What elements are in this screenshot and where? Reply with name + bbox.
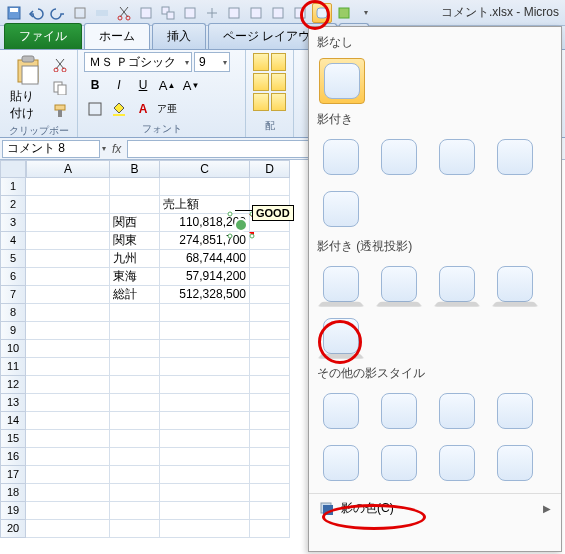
row-header[interactable]: 18 [0, 484, 26, 502]
row-header[interactable]: 16 [0, 448, 26, 466]
fill-color-icon[interactable] [108, 98, 130, 120]
cell[interactable] [160, 358, 250, 376]
align-top-icon[interactable] [253, 53, 269, 71]
align-center-icon[interactable] [271, 73, 287, 91]
qat-icon[interactable] [290, 3, 310, 23]
italic-button[interactable]: I [108, 74, 130, 96]
cell[interactable] [250, 322, 290, 340]
cell[interactable] [250, 268, 290, 286]
cell[interactable] [26, 520, 110, 538]
row-header[interactable]: 6 [0, 268, 26, 286]
qat-save-icon[interactable] [4, 3, 24, 23]
tab-file[interactable]: ファイル [4, 23, 82, 49]
row-header[interactable]: 3 [0, 214, 26, 232]
shadow-other-swatch[interactable] [435, 441, 479, 485]
shadow-perspective-swatch[interactable] [319, 262, 363, 306]
cell[interactable] [26, 430, 110, 448]
cell[interactable] [250, 178, 290, 196]
cell[interactable] [160, 466, 250, 484]
tab-insert[interactable]: 挿入 [152, 23, 206, 49]
shadow-none-swatch[interactable] [319, 58, 365, 104]
format-painter-icon[interactable] [49, 100, 71, 122]
cell[interactable]: 関西 [110, 214, 160, 232]
cell[interactable] [160, 502, 250, 520]
row-header[interactable]: 12 [0, 376, 26, 394]
cell[interactable] [110, 178, 160, 196]
cell[interactable] [250, 376, 290, 394]
cell[interactable] [26, 304, 110, 322]
cell[interactable] [26, 466, 110, 484]
shadow-perspective-swatch[interactable] [435, 262, 479, 306]
cell[interactable] [26, 394, 110, 412]
column-header[interactable]: B [110, 160, 160, 178]
column-header[interactable]: A [26, 160, 110, 178]
shadow-other-swatch[interactable] [377, 441, 421, 485]
row-header[interactable]: 1 [0, 178, 26, 196]
cell[interactable] [160, 322, 250, 340]
cell[interactable] [250, 484, 290, 502]
fx-icon[interactable]: fx [112, 142, 121, 156]
qat-icon[interactable] [334, 3, 354, 23]
indent-increase-icon[interactable] [271, 93, 287, 111]
cell[interactable] [110, 394, 160, 412]
shadow-swatch[interactable] [319, 135, 363, 179]
qat-redo-icon[interactable] [48, 3, 68, 23]
cell[interactable] [160, 304, 250, 322]
shadow-color-menu-item[interactable]: 影の色(C) ▶ [309, 493, 561, 523]
shadow-other-swatch[interactable] [377, 389, 421, 433]
cell[interactable] [250, 448, 290, 466]
qat-shape-effects-icon[interactable] [312, 3, 332, 23]
qat-icon[interactable] [136, 3, 156, 23]
cell[interactable] [110, 322, 160, 340]
cell[interactable] [110, 304, 160, 322]
row-header[interactable]: 17 [0, 466, 26, 484]
font-color-icon[interactable]: A [132, 98, 154, 120]
cell[interactable] [110, 484, 160, 502]
select-all-corner[interactable] [0, 160, 26, 178]
qat-icon[interactable] [158, 3, 178, 23]
cell[interactable] [250, 466, 290, 484]
cell[interactable] [250, 232, 290, 250]
cell[interactable] [250, 520, 290, 538]
font-size-combo[interactable]: 9 [194, 52, 230, 72]
row-header[interactable]: 9 [0, 322, 26, 340]
cell[interactable] [250, 358, 290, 376]
shadow-swatch[interactable] [435, 135, 479, 179]
column-header[interactable]: C [160, 160, 250, 178]
cell[interactable] [110, 358, 160, 376]
row-header[interactable]: 13 [0, 394, 26, 412]
cell[interactable] [160, 448, 250, 466]
cell[interactable] [26, 214, 110, 232]
cell[interactable] [250, 250, 290, 268]
row-header[interactable]: 15 [0, 430, 26, 448]
cell[interactable] [110, 520, 160, 538]
cut-icon[interactable] [49, 54, 71, 76]
cell[interactable] [110, 412, 160, 430]
row-header[interactable]: 4 [0, 232, 26, 250]
cell[interactable] [160, 520, 250, 538]
cell[interactable] [26, 412, 110, 430]
row-header[interactable]: 10 [0, 340, 26, 358]
cell[interactable]: 68,744,400 [160, 250, 250, 268]
cell[interactable] [26, 448, 110, 466]
cell[interactable] [160, 394, 250, 412]
cell[interactable] [26, 484, 110, 502]
shadow-other-swatch[interactable] [435, 389, 479, 433]
shadow-swatch[interactable] [493, 135, 537, 179]
shadow-other-swatch[interactable] [493, 441, 537, 485]
copy-icon[interactable] [49, 77, 71, 99]
row-header[interactable]: 7 [0, 286, 26, 304]
row-header[interactable]: 5 [0, 250, 26, 268]
cell[interactable] [110, 376, 160, 394]
cell[interactable] [26, 232, 110, 250]
cell[interactable] [110, 340, 160, 358]
cell[interactable] [26, 502, 110, 520]
comment-box[interactable]: GOOD [252, 205, 294, 221]
cell[interactable] [250, 394, 290, 412]
cell[interactable] [160, 430, 250, 448]
shadow-perspective-swatch[interactable] [377, 262, 421, 306]
cell[interactable] [26, 358, 110, 376]
tab-home[interactable]: ホーム [84, 23, 150, 49]
shadow-other-swatch[interactable] [493, 389, 537, 433]
qat-icon[interactable] [92, 3, 112, 23]
